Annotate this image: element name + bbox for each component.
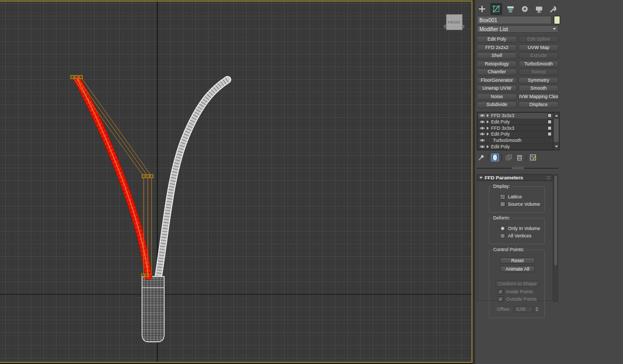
modifier-button-smooth[interactable]: Smooth — [518, 85, 559, 92]
stack-row-edit-poly[interactable]: Edit Poly — [478, 131, 553, 138]
control-points-group: Control Points: Reset Animate All Confor… — [489, 250, 545, 318]
show-end-result-icon — [493, 154, 497, 161]
object-color-swatch[interactable] — [554, 16, 560, 24]
modifier-button-displace[interactable]: Displace — [518, 101, 559, 108]
eye-icon[interactable] — [479, 138, 485, 142]
eye-icon[interactable] — [479, 132, 485, 136]
modifier-toggle-icon[interactable] — [548, 132, 552, 136]
modifier-list-label: Modifier List — [479, 26, 508, 32]
modifier-button-uvw-map[interactable]: UVW Map — [518, 44, 559, 51]
viewcube[interactable]: FRONT — [443, 13, 469, 34]
reset-button[interactable]: Reset — [500, 257, 535, 264]
rollout-title: FFD Parameters — [485, 175, 523, 180]
animate-all-button[interactable]: Animate All — [500, 266, 535, 272]
make-unique-button — [505, 154, 513, 161]
scroll-up-icon[interactable] — [555, 114, 558, 117]
eye-icon[interactable] — [479, 126, 485, 130]
inside-points-label: Inside Points — [506, 289, 533, 294]
spinner-arrows-icon — [535, 307, 539, 311]
remove-modifier-button[interactable] — [515, 154, 523, 161]
chevron-down-icon — [553, 28, 556, 30]
scroll-down-icon[interactable] — [555, 146, 558, 148]
offset-spinner-row: Offset : 0,05 — [497, 306, 542, 312]
modifier-toggle-icon[interactable] — [548, 120, 552, 124]
expand-icon[interactable] — [487, 132, 489, 136]
tab-hierarchy[interactable] — [505, 3, 516, 15]
modifier-button-chamfer[interactable]: Chamfer — [477, 69, 517, 75]
configure-modifier-sets-button[interactable] — [529, 154, 537, 161]
pin-stack-button[interactable] — [477, 154, 485, 161]
control-points-group-legend: Control Points: — [492, 247, 526, 252]
3ds-max-window: FRONT — [0, 0, 623, 364]
expand-icon[interactable] — [487, 145, 489, 148]
modifier-button-floorgenerator[interactable]: FloorGenerator — [477, 77, 517, 84]
only-in-volume-radio[interactable] — [500, 226, 505, 231]
viewport-front[interactable]: FRONT — [0, 0, 474, 364]
modifier-button-set: Edit Poly Edit Spline FFD 2x2x2 UVW Map … — [477, 36, 559, 108]
outside-points-label: Outside Points — [506, 296, 537, 302]
eye-icon[interactable] — [479, 113, 485, 118]
modifier-button-retopology[interactable]: Retopology — [477, 61, 517, 68]
create-plus-icon — [478, 5, 486, 13]
modifier-button-edit-poly[interactable]: Edit Poly — [477, 36, 517, 43]
rollout-scrollbar[interactable] — [553, 174, 558, 302]
tab-motion[interactable] — [519, 3, 531, 15]
scene-wireframe — [0, 0, 474, 364]
tab-modify[interactable] — [490, 3, 502, 15]
remove-modifier-trash-icon — [516, 154, 523, 161]
modifier-button-edit-spline: Edit Spline — [518, 36, 559, 43]
rollout-header[interactable]: FFD Parameters — [477, 174, 553, 181]
stack-row-edit-poly[interactable]: Edit Poly — [478, 143, 553, 150]
modifier-toggle-icon[interactable] — [548, 113, 552, 118]
command-panel-tabs — [476, 3, 559, 15]
modifier-button-noise[interactable]: Noise — [477, 93, 517, 100]
modifier-toggle-icon[interactable] — [548, 126, 552, 130]
mesh-right-branch — [158, 80, 228, 276]
modifier-button-extrude: Extrude — [518, 52, 559, 59]
scroll-thumb[interactable] — [554, 119, 559, 142]
modifier-list-dropdown[interactable]: Modifier List — [477, 25, 559, 33]
stack-row-turbosmooth[interactable]: TurboSmooth — [478, 138, 553, 144]
modifier-button-subdivide[interactable]: Subdivide — [477, 101, 517, 108]
conform-to-shape-button: Conform to Shape — [495, 281, 540, 287]
hierarchy-tab-icon — [506, 5, 515, 13]
show-end-result-button[interactable] — [491, 154, 499, 161]
object-name-field[interactable] — [477, 16, 552, 24]
tab-utilities[interactable] — [548, 3, 559, 15]
expand-icon[interactable] — [487, 120, 489, 123]
expand-icon[interactable] — [487, 114, 489, 117]
viewcube-front-face[interactable]: FRONT — [446, 14, 462, 30]
tab-create[interactable] — [476, 3, 488, 15]
mesh-left-branch-selected — [77, 79, 148, 276]
source-volume-checkbox[interactable] — [500, 202, 505, 207]
rollout-expanded-icon — [479, 177, 483, 179]
rollout-body: Display: ✓ Lattice Source Volume Deform:… — [477, 181, 553, 301]
modifier-button-uvw-mapping-clear[interactable]: UVW Mapping Clear — [518, 93, 559, 100]
modifier-button-unwrap-uvw[interactable]: Unwrap UVW — [477, 85, 517, 92]
modifier-button-turbosmooth[interactable]: TurboSmooth — [518, 61, 559, 68]
modifier-button-shell[interactable]: Shell — [477, 52, 517, 59]
rollout-scroll-thumb[interactable] — [554, 176, 557, 265]
tab-display[interactable] — [533, 3, 545, 15]
eye-icon[interactable] — [479, 120, 485, 124]
all-vertices-radio[interactable] — [500, 233, 505, 238]
stack-row-ffd-3x3x3[interactable]: FFD 3x3x3 — [478, 113, 553, 119]
modify-tab-icon — [492, 5, 501, 13]
stack-row-ffd-3x3x3[interactable]: FFD 3x3x3 — [478, 125, 553, 131]
eye-icon[interactable] — [479, 145, 485, 149]
offset-value-field: 0,05 — [514, 306, 533, 312]
panel-splitter[interactable] — [477, 168, 559, 169]
modifier-stack: FFD 3x3x3 Edit Poly FFD 3x3x3 — [477, 112, 560, 150]
modifier-button-symmetry[interactable]: Symmetry — [518, 77, 559, 84]
stack-row-edit-poly[interactable]: Edit Poly — [478, 119, 553, 126]
object-name-row — [477, 16, 560, 24]
stack-toolbar — [477, 152, 560, 162]
splitter-handle-icon[interactable] — [512, 167, 524, 169]
expand-icon[interactable] — [487, 127, 489, 130]
stack-scrollbar[interactable] — [553, 112, 559, 150]
lattice-checkbox[interactable]: ✓ — [500, 194, 505, 199]
divider — [502, 154, 502, 161]
lattice-label: Lattice — [508, 194, 522, 199]
deform-group: Deform: Only In Volume All Vertices — [489, 218, 545, 244]
modifier-button-ffd-2x2x2[interactable]: FFD 2x2x2 — [477, 44, 517, 51]
